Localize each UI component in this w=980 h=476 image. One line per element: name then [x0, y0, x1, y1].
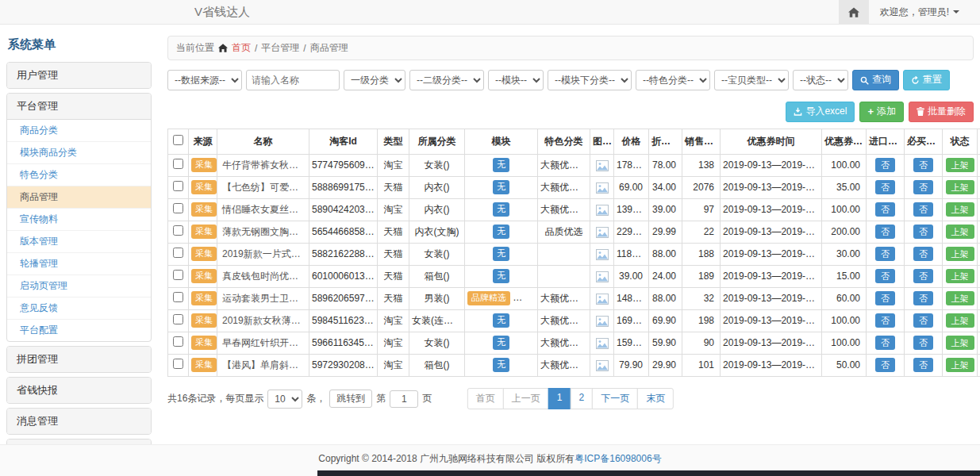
row-checkbox[interactable]	[173, 159, 183, 169]
add-button[interactable]: + 添加	[859, 102, 904, 122]
row-checkbox[interactable]	[173, 181, 183, 191]
row-checkbox[interactable]	[173, 203, 183, 213]
sidebar-section[interactable]: 平台管理	[7, 94, 151, 119]
breadcrumb-separator: /	[303, 43, 306, 54]
sidebar-section[interactable]: 用户管理	[7, 63, 151, 88]
import-select-toggle[interactable]: 否	[875, 313, 895, 328]
must-buy-toggle[interactable]: 否	[913, 336, 933, 350]
sidebar-item[interactable]: 意见反馈	[7, 298, 151, 320]
status-button[interactable]: 上架	[946, 358, 974, 372]
page-button[interactable]: 下一页	[592, 388, 638, 409]
status-button[interactable]: 上架	[946, 336, 974, 350]
row-checkbox[interactable]	[173, 225, 183, 236]
icp-link[interactable]: 粤ICP备16098006号	[575, 453, 661, 464]
sidebar-section[interactable]: 省钱快报	[7, 378, 151, 403]
sidebar-item[interactable]: 模块商品分类	[7, 142, 151, 164]
user-dropdown[interactable]: 欢迎您，管理员!	[869, 6, 980, 19]
status-button[interactable]: 上架	[946, 158, 974, 172]
filter-select[interactable]: --状态--	[793, 70, 848, 90]
bottom-strip	[317, 470, 980, 476]
must-buy-toggle[interactable]: 否	[913, 291, 933, 305]
must-buy-toggle[interactable]: 否	[913, 180, 933, 194]
module-badge: 无	[493, 269, 509, 282]
sidebar-section[interactable]: 拼团管理	[7, 347, 151, 372]
page-button[interactable]: 上一页	[503, 388, 549, 409]
sidebar-item[interactable]: 商品管理	[7, 186, 151, 209]
filter-select[interactable]: --宝贝类型--	[714, 70, 789, 90]
row-checkbox[interactable]	[173, 292, 183, 302]
source-badge: 采集	[191, 247, 217, 260]
row-checkbox[interactable]	[173, 336, 183, 347]
import-select-toggle[interactable]: 否	[875, 180, 895, 194]
import-select-toggle[interactable]: 否	[875, 336, 895, 350]
must-buy-toggle[interactable]: 否	[913, 269, 933, 283]
page-button[interactable]: 1	[548, 388, 571, 409]
per-page-select[interactable]: 10	[267, 390, 302, 409]
status-button[interactable]: 上架	[946, 180, 974, 194]
name-search-input[interactable]	[246, 70, 340, 90]
page-button[interactable]: 首页	[467, 388, 504, 409]
import-select-toggle[interactable]: 否	[875, 202, 895, 217]
filter-select[interactable]: --特色分类--	[636, 70, 710, 90]
page-button[interactable]: 2	[571, 388, 594, 409]
filter-select[interactable]: --模块下分类--	[548, 70, 632, 90]
filter-controls: --数据来源--一级分类--二级分类----模块----模块下分类----特色分…	[167, 70, 848, 90]
image-placeholder-icon	[596, 227, 609, 238]
must-buy-toggle[interactable]: 否	[913, 202, 933, 217]
price: 69.00	[614, 176, 649, 198]
jump-page-input[interactable]	[390, 390, 418, 408]
search-button[interactable]: 查询	[852, 70, 899, 90]
status-button[interactable]: 上架	[946, 313, 974, 328]
row-checkbox[interactable]	[173, 359, 183, 369]
filter-select[interactable]: --模块--	[488, 70, 544, 90]
jump-button[interactable]: 跳转到	[329, 390, 372, 409]
status-button[interactable]: 上架	[946, 247, 974, 261]
import-select-toggle[interactable]: 否	[875, 358, 895, 372]
discount-price: 39.00	[649, 198, 682, 221]
page-button[interactable]: 末页	[637, 388, 674, 409]
row-checkbox[interactable]	[173, 314, 183, 324]
sidebar-item[interactable]: 版本管理	[7, 231, 151, 253]
import-select-toggle[interactable]: 否	[875, 291, 895, 305]
import-select-toggle[interactable]: 否	[875, 247, 895, 261]
import-select-toggle[interactable]: 否	[875, 158, 895, 172]
home-button[interactable]	[839, 0, 869, 24]
price: 178.00	[614, 154, 649, 176]
column-header: 优惠券时间	[721, 129, 822, 154]
sidebar-item[interactable]: 宣传物料	[7, 209, 151, 231]
breadcrumb-home-link[interactable]: 首页	[232, 41, 251, 55]
must-buy-toggle[interactable]: 否	[913, 313, 933, 328]
reset-button[interactable]: 重置	[903, 70, 950, 90]
sidebar-item[interactable]: 轮播管理	[7, 253, 151, 275]
select-all-checkbox[interactable]	[173, 135, 183, 145]
table-row: 采集2019新款女秋薄款...598451162391淘宝女装(连衣裙)无大额优…	[168, 309, 980, 332]
sidebar-item[interactable]: 商品分类	[7, 120, 151, 142]
status-button[interactable]: 上架	[946, 291, 974, 305]
sidebar-section[interactable]: 消息管理	[7, 409, 151, 434]
row-checkbox[interactable]	[173, 248, 183, 258]
status-button[interactable]: 上架	[946, 269, 974, 283]
feature-category: 品质优选	[538, 221, 590, 243]
price: 39.00	[614, 265, 649, 287]
must-buy-toggle[interactable]: 否	[913, 158, 933, 172]
must-buy-toggle[interactable]: 否	[913, 247, 933, 261]
import-excel-button[interactable]: 导入excel	[786, 102, 855, 122]
sidebar-item[interactable]: 特色分类	[7, 164, 151, 186]
filter-select[interactable]: --二级分类--	[409, 70, 484, 90]
product-thumbnail	[596, 227, 609, 238]
import-select-toggle[interactable]: 否	[875, 269, 895, 283]
sidebar-item[interactable]: 启动页管理	[7, 275, 151, 298]
import-select-toggle[interactable]: 否	[875, 225, 895, 239]
product-name: 牛仔背带裤女秋装减龄...	[217, 154, 309, 176]
filter-select[interactable]: --数据来源--	[167, 70, 242, 90]
sidebar-item[interactable]: 平台配置	[7, 320, 151, 341]
must-buy-toggle[interactable]: 否	[913, 225, 933, 239]
status-button[interactable]: 上架	[946, 225, 974, 239]
status-button[interactable]: 上架	[946, 202, 974, 217]
topbar-right: 欢迎您，管理员!	[839, 0, 980, 24]
filter-select[interactable]: 一级分类	[344, 70, 405, 90]
row-checkbox[interactable]	[173, 270, 183, 280]
batch-delete-button[interactable]: 批量删除	[909, 102, 974, 122]
pagination-info: 共16条记录，每页显示 10 条， 跳转到 第 页	[167, 390, 432, 409]
must-buy-toggle[interactable]: 否	[913, 358, 933, 372]
